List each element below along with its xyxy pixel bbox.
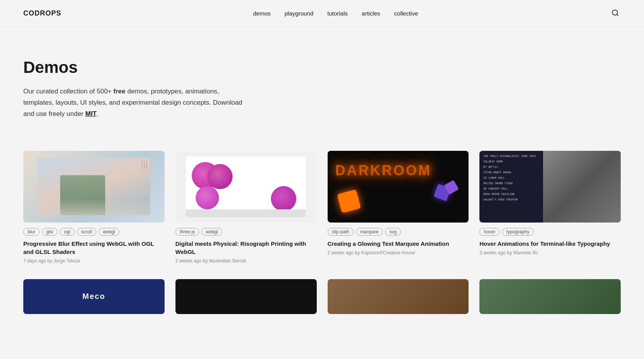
tag-threejs[interactable]: three.js: [175, 228, 199, 236]
mit-link[interactable]: MIT: [85, 110, 97, 117]
nav-collective[interactable]: collective: [394, 10, 418, 17]
bottom-card-3[interactable]: [328, 279, 469, 314]
tag-marquee[interactable]: marquee: [356, 228, 383, 236]
tag-typography[interactable]: typography: [502, 228, 533, 236]
card-tags-3: clip-path marquee svg: [328, 228, 469, 236]
svg-line-1: [617, 14, 618, 16]
card-title-3: Creating a Glowing Text Marquee Animatio…: [328, 240, 469, 248]
hero-section: Demos Our curated collection of 500+ fre…: [0, 27, 272, 143]
main-nav: demos playground tutorials articles coll…: [253, 10, 418, 17]
tag-hover[interactable]: hover: [479, 228, 500, 236]
card-meta-3: 2 weeks ago by Kaploom®Creative House: [328, 250, 469, 255]
demos-grid: blur glsl ogl scroll webgl Progressive B…: [0, 143, 644, 279]
nav-demos[interactable]: demos: [253, 10, 271, 17]
search-icon: [611, 9, 619, 17]
typo-portrait-bg: [543, 151, 621, 223]
demos-grid-bottom: Meco: [0, 279, 644, 322]
card-thumbnail-4: THE TRULY FUTURALISTIC TOUR 2024 SOLARIS…: [479, 151, 621, 223]
card-thumbnail-1: [23, 151, 165, 223]
demo-card-2[interactable]: three.js webgl Digital meets Physical: R…: [175, 151, 317, 264]
demo-card-4[interactable]: THE TRULY FUTURALISTIC TOUR 2024 SOLARIS…: [479, 151, 621, 264]
card-meta-4: 3 weeks ago by Manoela Ilic: [479, 250, 621, 255]
tag-glsl[interactable]: glsl: [42, 228, 57, 236]
tag-webgl-2[interactable]: webgl: [201, 228, 222, 236]
bottom-card-2[interactable]: [175, 279, 317, 314]
card-title-4: Hover Animations for Terminal-like Typog…: [479, 240, 621, 248]
tag-svg[interactable]: svg: [385, 228, 401, 236]
nav-playground[interactable]: playground: [285, 10, 313, 17]
bottom-card-1[interactable]: Meco: [23, 279, 165, 314]
demo-card-3[interactable]: DARKROOM clip-path marquee svg Creating …: [328, 151, 469, 264]
nav-tutorials[interactable]: tutorials: [327, 10, 348, 17]
card-meta-1: 7 days ago by Jorge Toloza: [23, 258, 165, 264]
card-tags-2: three.js webgl: [175, 228, 317, 236]
demo-card-1[interactable]: blur glsl ogl scroll webgl Progressive B…: [23, 151, 165, 264]
hero-description: Our curated collection of 500+ free demo…: [23, 86, 248, 120]
darkroom-cube-orange: [337, 189, 361, 213]
card-title-1: Progressive Blur Effect using WebGL with…: [23, 240, 165, 256]
card-tags-1: blur glsl ogl scroll webgl: [23, 228, 165, 236]
card-tags-4: hover typography: [479, 228, 621, 236]
tag-webgl[interactable]: webgl: [99, 228, 119, 236]
tag-blur[interactable]: blur: [23, 228, 40, 236]
card-title-2: Digital meets Physical: Risograph Printi…: [175, 240, 317, 256]
search-button[interactable]: [610, 7, 621, 19]
nav-articles[interactable]: articles: [362, 10, 380, 17]
tag-clip-path[interactable]: clip-path: [328, 228, 354, 236]
card-thumbnail-3: DARKROOM: [328, 151, 469, 223]
darkroom-label: DARKROOM: [335, 162, 432, 179]
tag-scroll[interactable]: scroll: [77, 228, 96, 236]
card-meta-2: 2 weeks ago by Maximilian Berndt: [175, 258, 317, 264]
card-thumbnail-2: [175, 151, 317, 223]
bottom-card-4[interactable]: [479, 279, 621, 314]
tag-ogl[interactable]: ogl: [60, 228, 75, 236]
typo-text-list: THE TRULY FUTURALISTIC TOUR 2024 SOLARIS…: [483, 155, 536, 201]
site-logo[interactable]: CODROPS: [23, 9, 61, 17]
meco-label: Meco: [82, 292, 105, 301]
page-title: Demos: [23, 58, 248, 77]
